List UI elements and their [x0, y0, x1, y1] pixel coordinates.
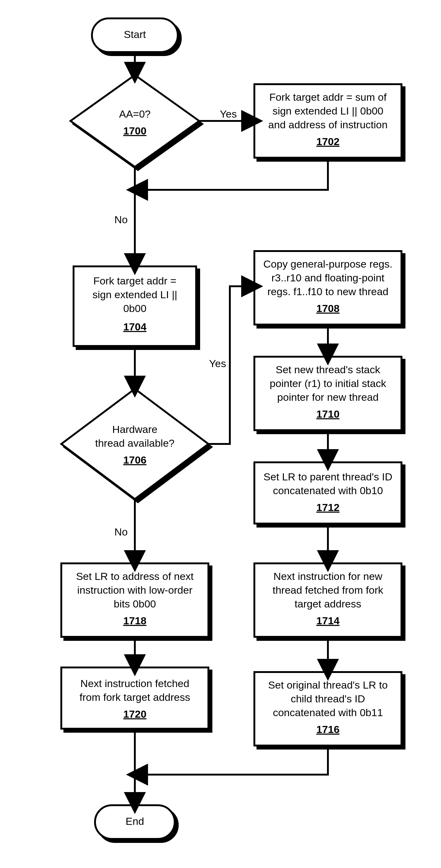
box-1704-line1: Fork target addr =	[93, 275, 176, 286]
box-1714-line1: Next instruction for new	[273, 570, 382, 582]
box-1708-line2: r3..r10 and floating-point	[271, 272, 385, 283]
decision-1706: Hardware thread available? 1706	[61, 389, 208, 499]
box-1702-line1: Fork target addr = sum of	[269, 91, 387, 103]
box-1716-line3: concatenated with 0b11	[273, 707, 383, 718]
box-1710-ref: 1710	[316, 408, 340, 420]
box-1720-line1: Next instruction fetched	[80, 678, 189, 689]
box-1712: Set LR to parent thread's ID concatenate…	[254, 462, 402, 524]
box-1712-line2: concatenated with 0b10	[273, 485, 383, 496]
box-1714-ref: 1714	[316, 615, 340, 626]
box-1718-line1: Set LR to address of next	[76, 570, 194, 582]
box-1708-line3: regs. f1..f10 to new thread	[267, 286, 388, 297]
box-1710-line1: Set new thread's stack	[276, 364, 381, 375]
edge-1700-no-label: No	[114, 214, 127, 225]
box-1720-line2: from fork target address	[80, 691, 190, 703]
edge-1700-yes-label: Yes	[220, 108, 237, 120]
decision-1700-ref: 1700	[123, 125, 146, 136]
box-1718: Set LR to address of next instruction wi…	[61, 563, 208, 637]
decision-1706-ref: 1706	[123, 454, 146, 466]
box-1704: Fork target addr = sign extended LI || 0…	[74, 267, 196, 346]
box-1702: Fork target addr = sum of sign extended …	[254, 84, 402, 158]
box-1714-line3: target address	[295, 598, 361, 610]
box-1716-line2: child thread's ID	[291, 693, 365, 705]
box-1712-ref: 1712	[316, 501, 340, 513]
box-1708: Copy general-purpose regs. r3..r10 and f…	[254, 251, 402, 324]
box-1716-line1: Set original thread's LR to	[268, 679, 388, 691]
box-1718-line3: bits 0b00	[114, 598, 156, 610]
box-1704-line2: sign extended LI ||	[93, 289, 177, 300]
box-1716-ref: 1716	[316, 723, 340, 735]
box-1708-line1: Copy general-purpose regs.	[263, 258, 392, 270]
start-label: Start	[124, 29, 146, 40]
box-1718-line2: instruction with low-order	[77, 584, 193, 596]
box-1718-ref: 1718	[123, 615, 146, 626]
box-1716: Set original thread's LR to child thread…	[254, 672, 402, 746]
end-label: End	[126, 815, 144, 827]
svg-marker-1	[70, 75, 199, 167]
box-1714-line2: thread fetched from fork	[273, 584, 384, 596]
box-1714: Next instruction for new thread fetched …	[254, 563, 402, 637]
decision-1700-line1: AA=0?	[119, 108, 150, 120]
box-1720: Next instruction fetched from fork targe…	[61, 668, 208, 729]
box-1702-ref: 1702	[316, 136, 340, 147]
box-1710: Set new thread's stack pointer (r1) to i…	[254, 357, 402, 430]
decision-1706-line2: thread available?	[95, 437, 175, 449]
decision-1700: AA=0? 1700	[70, 75, 199, 167]
edge-1706-no-label: No	[114, 526, 127, 538]
end-node: End	[95, 805, 175, 839]
box-1702-line2: sign extended LI || 0b00	[272, 105, 383, 117]
box-1704-line3: 0b00	[123, 303, 146, 314]
decision-1706-line1: Hardware	[112, 424, 157, 435]
box-1708-ref: 1708	[316, 303, 340, 314]
box-1710-line2: pointer (r1) to initial stack	[270, 377, 386, 389]
start-node: Start	[92, 19, 178, 52]
box-1710-line3: pointer for new thread	[277, 391, 379, 403]
box-1712-line1: Set LR to parent thread's ID	[264, 471, 392, 483]
box-1702-line3: and address of instruction	[268, 119, 387, 130]
edge-1706-yes-label: Yes	[209, 358, 226, 369]
flowchart-canvas: Start AA=0? 1700 Fork target addr = sum …	[0, 0, 441, 868]
box-1704-ref: 1704	[123, 321, 146, 333]
box-1720-ref: 1720	[123, 708, 146, 720]
